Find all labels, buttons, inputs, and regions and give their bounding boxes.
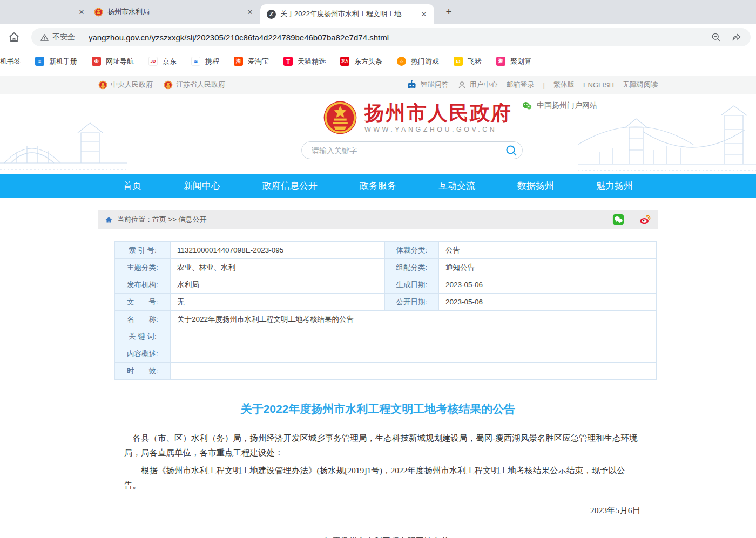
article-title: 关于2022年度扬州市水利工程文明工地考核结果的公告 [98, 401, 658, 417]
meta-value: 2023-05-06 [446, 298, 483, 306]
meta-value: 11321000014407098E-2023-095 [177, 246, 284, 254]
smart-qa-link[interactable]: 智能问答 [406, 79, 449, 91]
article-paragraph: 各县（市、区）水利（务）局，扬州经济开发区城乡事务管理局，生态科技新城规划建设局… [124, 431, 639, 460]
wechat-share-icon[interactable] [612, 214, 624, 226]
table-row: 发布机构: 水利局 生成日期: 2023-05-06 [115, 276, 657, 294]
bookmark-juhuasuan[interactable]: 聚聚划算 [496, 57, 531, 66]
games-icon: ☆ [397, 57, 406, 66]
search-icon[interactable] [505, 144, 518, 157]
page-url[interactable]: yangzhou.gov.cn/yzszxxgk/slj/202305/210c… [89, 33, 389, 42]
content-container: 当前位置：首页 >> 信息公开 索 引 号: 11321000014407098… [98, 210, 658, 538]
site-logo[interactable]: 扬州市人民政府 WWW.YANGZHOU.GOV.CN [323, 100, 512, 135]
emblem-icon [164, 80, 173, 90]
bookmark-jd[interactable]: JD京东 [148, 57, 177, 66]
nav-item-interaction[interactable]: 互动交流 [438, 180, 475, 192]
meta-label: 组配分类: [396, 263, 428, 271]
nav-item-info-disclosure[interactable]: 政府信息公开 [262, 180, 318, 192]
meta-label: 发布机构: [127, 281, 158, 289]
mail-login-link[interactable]: 邮箱登录 [507, 80, 535, 90]
manual-icon: ≡ [35, 57, 44, 66]
emblem-icon [98, 80, 107, 90]
meta-value: 水利局 [177, 281, 199, 289]
portal-label: 中国扬州门户网站 [537, 101, 597, 111]
site-utility-bar: 中央人民政府 江苏省人民政府 智能问答 用户中心 邮箱登录 | 繁体版 ENGL… [0, 76, 756, 94]
taobao-icon: 淘 [234, 57, 243, 66]
bookmark-fliggy[interactable]: ω飞猪 [454, 57, 482, 66]
breadcrumb-home-icon[interactable] [105, 216, 113, 224]
wechat-icon [522, 100, 532, 111]
table-row: 文 号: 无 公开日期: 2023-05-06 [115, 294, 657, 311]
nav-item-home[interactable]: 首页 [123, 180, 141, 192]
not-secure-warning-icon [40, 33, 49, 42]
english-version-link[interactable]: ENGLISH [583, 81, 614, 89]
bookmark-taobao[interactable]: 淘爱淘宝 [234, 57, 269, 66]
tab-active-announcement[interactable]: Z 关于2022年度扬州市水利工程文明工地 ✕ [260, 4, 434, 24]
browser-tab-bar: ✕ 扬州市水利局 ✕ Z 关于2022年度扬州市水利工程文明工地 ✕ + [0, 0, 756, 24]
bookmark-cut[interactable]: 机书签 [0, 57, 21, 66]
site-header: 扬州市人民政府 WWW.YANGZHOU.GOV.CN 中国扬州门户网站 [0, 94, 756, 174]
nav-item-charm[interactable]: 魅力扬州 [596, 180, 633, 192]
article-date: 2023年5月6日 [98, 505, 640, 516]
meta-value: 公告 [446, 246, 460, 254]
link-central-government[interactable]: 中央人民政府 [98, 80, 153, 90]
search-input[interactable] [312, 146, 505, 155]
share-icon[interactable] [731, 32, 742, 43]
article-list-title: 2022年度扬州市水利工程文明工地名单 [98, 536, 658, 538]
bookmark-games[interactable]: ☆热门游戏 [397, 57, 439, 66]
user-center-link[interactable]: 用户中心 [457, 80, 498, 90]
site-domain: WWW.YANGZHOU.GOV.CN [364, 126, 512, 133]
portal-badge[interactable]: 中国扬州门户网站 [522, 100, 597, 111]
meta-label: 生成日期: [396, 281, 428, 289]
meta-value: 农业、林业、水利 [177, 263, 235, 271]
meta-value: 2023-05-06 [446, 281, 483, 289]
meta-label: 公开日期: [396, 298, 428, 306]
ctrip-icon: ≈ [191, 57, 200, 66]
jd-icon: JD [148, 57, 158, 66]
tab-title: 关于2022年度扬州市水利工程文明工地 [280, 9, 414, 19]
bookmark-tmall[interactable]: T天猫精选 [284, 57, 326, 66]
zoom-out-icon[interactable] [711, 32, 721, 43]
eastday-icon: 东方 [340, 57, 349, 66]
bookmark-nav-site[interactable]: ※网址导航 [92, 57, 134, 66]
close-icon[interactable]: ✕ [76, 6, 87, 18]
meta-label: 主题分类: [127, 263, 158, 271]
close-icon[interactable]: ✕ [244, 6, 256, 18]
link-jiangsu-government[interactable]: 江苏省人民政府 [164, 80, 225, 90]
meta-value: 无 [177, 298, 185, 306]
nav-item-services[interactable]: 政务服务 [360, 180, 396, 192]
traditional-version-link[interactable]: 繁体版 [554, 80, 575, 90]
robot-icon [406, 79, 417, 91]
weibo-share-icon[interactable] [639, 214, 651, 226]
bookmark-ctrip[interactable]: ≈携程 [191, 57, 219, 66]
nav-site-icon: ※ [92, 57, 101, 66]
bookmarks-bar: 机书签 ≡新机手册 ※网址导航 JD京东 ≈携程 淘爱淘宝 T天猫精选 东方东方… [0, 51, 756, 72]
meta-label: 索 引 号: [129, 246, 157, 254]
accessibility-link[interactable]: 无障碍阅读 [623, 80, 658, 90]
nav-item-news[interactable]: 新闻中心 [184, 180, 220, 192]
tmall-icon: T [284, 57, 293, 66]
bookmark-eastday[interactable]: 东方东方头条 [340, 57, 382, 66]
close-icon[interactable]: ✕ [418, 8, 430, 20]
bookmark-manual[interactable]: ≡新机手册 [35, 57, 77, 66]
meta-label: 关 键 词: [129, 332, 157, 340]
document-meta-table: 索 引 号: 11321000014407098E-2023-095 体裁分类:… [114, 241, 657, 380]
home-icon[interactable] [8, 31, 21, 44]
page-favicon-icon: Z [267, 10, 276, 19]
url-omnibox[interactable]: 不安全 yangzhou.gov.cn/yzszxxgk/slj/202305/… [31, 28, 751, 46]
nav-item-data[interactable]: 数据扬州 [517, 180, 554, 192]
emblem-favicon-icon [94, 8, 103, 17]
meta-value: 关于2022年度扬州市水利工程文明工地考核结果的公告 [177, 315, 354, 323]
juhuasuan-icon: 聚 [496, 57, 505, 66]
meta-label: 内容概述: [127, 350, 158, 358]
table-row: 时 效: [115, 363, 657, 380]
meta-value: 通知公告 [446, 263, 475, 271]
decorative-bridge-sketch-right [578, 99, 756, 174]
new-tab-button[interactable]: + [442, 5, 456, 19]
article-paragraph: 根据《扬州市水利工程文明工地建设管理办法》(扬水规[2019]1号)，2022年… [124, 463, 639, 492]
tab-yangzhou-water-bureau[interactable]: 扬州市水利局 ✕ [87, 0, 260, 24]
site-search [301, 141, 523, 159]
meta-label: 体裁分类: [396, 246, 428, 254]
security-status-label[interactable]: 不安全 [52, 32, 75, 42]
table-row: 主题分类: 农业、林业、水利 组配分类: 通知公告 [115, 259, 657, 276]
national-emblem-icon [323, 100, 357, 135]
